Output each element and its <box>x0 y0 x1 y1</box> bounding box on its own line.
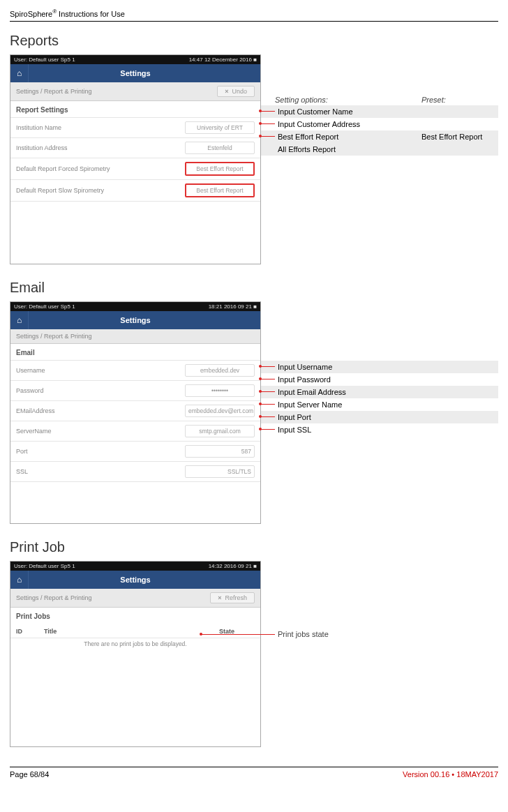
annot-header-preset: Preset: <box>421 96 498 104</box>
breadcrumb-row: Settings / Report & Printing <box>10 329 260 344</box>
leader-line <box>261 429 275 430</box>
field-value[interactable]: smtp.gmail.com <box>185 425 255 437</box>
statusbar: User: Default user Sp5 1 14:32 2016 09 2… <box>10 562 260 571</box>
annot-text: Input SSL <box>275 426 311 434</box>
close-icon: × <box>218 594 221 601</box>
field-value[interactable]: 587 <box>185 445 255 458</box>
field-label: Default Report Slow Spirometry <box>16 187 185 194</box>
breadcrumb: Settings / Report & Printing <box>16 594 92 601</box>
status-right: 18:21 2016 09 21 ■ <box>209 303 257 310</box>
leader-line <box>261 111 275 112</box>
field-value-highlight[interactable]: Best Effort Report <box>185 183 255 197</box>
field-value[interactable]: embedded.dev@ert.com <box>185 405 255 417</box>
status-right: 14:47 12 December 2016 ■ <box>189 57 257 63</box>
version-label: Version 00.16 • 18MAY2017 <box>403 770 498 779</box>
status-left: User: Default user Sp5 1 <box>14 563 75 569</box>
screenshot-email: User: Default user Sp5 1 18:21 2016 09 2… <box>10 301 261 524</box>
doc-header: SpiroSphere® Instructions for Use <box>10 8 498 22</box>
screenshot-printjob: User: Default user Sp5 1 14:32 2016 09 2… <box>10 561 261 747</box>
panel-title: Email <box>10 344 260 360</box>
annot-text: Input Password <box>275 375 331 384</box>
table-header: ID Title State <box>10 624 260 638</box>
undo-button[interactable]: × Undo <box>217 86 255 97</box>
field-label: ServerName <box>16 428 185 435</box>
form-row: Usernameembedded.dev <box>10 360 260 380</box>
status-left: User: Default user Sp5 1 <box>14 303 75 310</box>
annotation-printjob: Print jobs state <box>261 561 498 640</box>
breadcrumb-row: Settings / Report & Printing × Undo <box>10 82 260 101</box>
form-row: Default Report Slow SpirometryBest Effor… <box>10 179 260 201</box>
annot-option: Input Customer Address <box>275 120 421 128</box>
annotation-reports: Setting options: Preset: Input Customer … <box>261 54 498 156</box>
field-label: SSL <box>16 468 185 475</box>
section-title-reports: Reports <box>10 33 498 49</box>
leader-line <box>261 416 275 417</box>
refresh-label: Refresh <box>225 594 247 601</box>
leader-line <box>261 391 275 392</box>
field-value[interactable]: •••••••• <box>185 384 255 397</box>
annot-option: Input Customer Name <box>275 107 421 116</box>
leader-line <box>261 404 275 405</box>
field-value-highlight[interactable]: Best Effort Report <box>185 162 255 176</box>
doc-title-pre: SpiroSphere <box>10 10 52 18</box>
field-label: Username <box>16 367 185 374</box>
status-right: 14:32 2016 09 21 ■ <box>209 563 257 569</box>
leader-line <box>261 136 275 137</box>
undo-label: Undo <box>232 88 247 95</box>
annotation-email: Input Username Input Password Input Emai… <box>261 301 498 436</box>
field-label: EMailAddress <box>16 407 185 414</box>
titlebar: ⌂ Settings <box>10 64 260 82</box>
annot-header-options: Setting options: <box>275 96 421 104</box>
form-row: Institution NameUniversity of ERT <box>10 117 260 137</box>
section-title-printjob: Print Job <box>10 539 498 555</box>
form-row: Institution AddressEstenfeld <box>10 137 260 158</box>
home-icon[interactable]: ⌂ <box>10 64 29 82</box>
form-row: SSLSSL/TLS <box>10 461 260 481</box>
close-icon: × <box>225 88 228 95</box>
titlebar: ⌂ Settings <box>10 571 260 589</box>
form-row: ServerNamesmtp.gmail.com <box>10 421 260 441</box>
field-value[interactable]: embedded.dev <box>185 364 255 377</box>
refresh-button[interactable]: × Refresh <box>210 592 255 603</box>
breadcrumb: Settings / Report & Printing <box>16 333 92 340</box>
leader-line <box>261 366 275 367</box>
annot-text: Input Email Address <box>275 388 346 396</box>
field-value[interactable]: SSL/TLS <box>185 465 255 478</box>
field-label: Institution Name <box>16 124 185 131</box>
annot-text: Input Server Name <box>275 400 342 409</box>
annot-option: All Efforts Report <box>275 145 421 153</box>
titlebar-label: Settings <box>120 576 150 584</box>
annot-preset: Best Effort Report <box>421 133 498 141</box>
screenshot-reports: User: Default user Sp5 1 14:47 12 Decemb… <box>10 54 261 264</box>
home-icon[interactable]: ⌂ <box>10 311 29 329</box>
field-value[interactable]: Estenfeld <box>185 142 255 154</box>
doc-footer: Page 68/84 Version 00.16 • 18MAY2017 <box>10 767 498 785</box>
leader-line <box>261 379 275 379</box>
empty-message: There are no print jobs to be displayed. <box>10 638 260 649</box>
statusbar: User: Default user Sp5 1 14:47 12 Decemb… <box>10 55 260 64</box>
leader-line <box>202 634 275 635</box>
annot-option: Best Effort Report <box>275 133 421 141</box>
titlebar-label: Settings <box>120 69 150 77</box>
annot-text: Input Username <box>275 363 332 371</box>
home-icon[interactable]: ⌂ <box>10 571 29 589</box>
field-label: Password <box>16 387 185 394</box>
form-row: Password•••••••• <box>10 380 260 400</box>
titlebar: ⌂ Settings <box>10 311 260 329</box>
field-value[interactable]: University of ERT <box>185 121 255 134</box>
col-title: Title <box>44 628 199 635</box>
panel-title: Print Jobs <box>10 608 260 624</box>
breadcrumb: Settings / Report & Printing <box>16 88 92 95</box>
field-label: Default Report Forced Spirometry <box>16 165 185 172</box>
panel-title: Report Settings <box>10 101 260 117</box>
page-number: Page 68/84 <box>10 770 49 779</box>
statusbar: User: Default user Sp5 1 18:21 2016 09 2… <box>10 302 260 311</box>
section-title-email: Email <box>10 280 498 296</box>
status-left: User: Default user Sp5 1 <box>14 57 75 63</box>
doc-title-post: Instructions for Use <box>57 10 125 18</box>
titlebar-label: Settings <box>120 316 150 324</box>
col-id: ID <box>16 628 44 635</box>
field-label: Port <box>16 448 185 455</box>
annot-text: Input Port <box>275 413 311 421</box>
form-row: EMailAddressembedded.dev@ert.com <box>10 400 260 421</box>
